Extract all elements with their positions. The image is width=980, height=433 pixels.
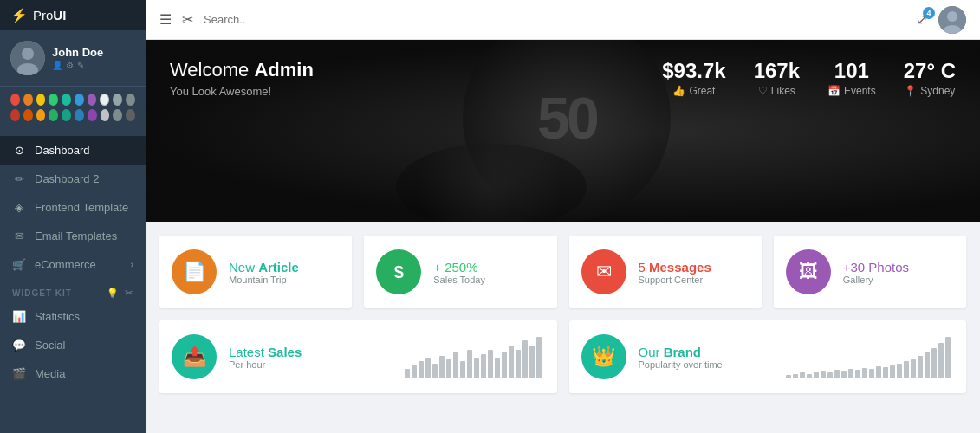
card-article-sub: Mountain Trip	[229, 275, 299, 285]
card-latest-sales: 📤 Latest Sales Per hour	[159, 320, 557, 393]
chart-bar	[516, 350, 521, 378]
chart-bar	[911, 359, 916, 378]
sidebar-item-label: Frontend Template	[35, 201, 128, 214]
user-icon[interactable]: 👤	[52, 61, 62, 70]
card-sales-label: + 250%	[433, 260, 485, 275]
chart-bar	[827, 372, 833, 378]
sidebar-item-label: Dashboard	[35, 144, 90, 157]
stat-label: ♡ Likes	[754, 85, 800, 97]
color-swatch[interactable]	[75, 94, 84, 106]
user-avatar-button[interactable]	[938, 6, 966, 34]
chart-bar	[439, 356, 445, 378]
sidebar-item-email[interactable]: ✉ Email Templates	[0, 222, 146, 250]
color-swatch[interactable]	[23, 94, 33, 106]
color-swatch[interactable]	[62, 94, 71, 106]
color-swatch[interactable]	[23, 109, 33, 121]
calendar-icon: 📅	[827, 85, 840, 97]
sidebar-item-ecommerce[interactable]: 🛒 eCommerce ›	[0, 250, 146, 279]
chart-bar	[876, 366, 881, 378]
pencil-icon: ✏	[12, 172, 26, 185]
card-article-label: New Article	[229, 260, 299, 275]
cart-icon: 🛒	[12, 258, 26, 271]
nav-menu: ⊙ Dashboard ✏ Dashboard 2 ◈ Frontend Tem…	[0, 132, 146, 433]
color-swatch[interactable]	[62, 109, 71, 121]
mail-icon: ✉	[596, 261, 612, 283]
color-swatch[interactable]	[49, 94, 58, 106]
color-swatch[interactable]	[75, 109, 84, 121]
brand-icon-circle: 👑	[581, 334, 626, 379]
sidebar-item-dashboard[interactable]: ⊙ Dashboard	[0, 136, 146, 165]
chart-bar	[848, 369, 853, 378]
card-messages-sub: Support Center	[639, 275, 711, 285]
search-input[interactable]	[204, 13, 906, 26]
photos-icon-circle: 🖼	[786, 249, 831, 294]
color-swatch[interactable]	[88, 109, 97, 121]
hero-subtitle: You Look Awesome!	[170, 85, 314, 98]
card-photos: 🖼 +30 Photos Gallery	[774, 236, 966, 308]
color-swatch[interactable]	[36, 94, 46, 106]
hero-stats: $93.7k 👍 Great 167k ♡ Likes 101 📅 Events	[662, 59, 956, 97]
chart-bar	[855, 370, 860, 378]
chart-bar	[807, 374, 812, 378]
share-button[interactable]: ⤢ 4	[917, 12, 928, 28]
svg-point-1	[22, 48, 34, 60]
card-sales: $ + 250% Sales Today	[364, 236, 556, 308]
hamburger-icon[interactable]: ☰	[159, 11, 172, 28]
avatar	[10, 41, 45, 75]
chart-bar	[405, 369, 410, 378]
color-row-2	[10, 109, 135, 121]
sidebar-item-statistics[interactable]: 📊 Statistics	[0, 302, 146, 331]
color-swatch[interactable]	[10, 109, 20, 121]
chart-bar	[495, 358, 500, 378]
chart-bar	[474, 358, 479, 378]
chart-bar	[834, 370, 840, 378]
color-swatch[interactable]	[113, 109, 122, 121]
chart-bar	[446, 359, 451, 378]
color-swatch[interactable]	[49, 109, 58, 121]
cards-row-2: 📤 Latest Sales Per hour 👑 Our Brand	[159, 320, 966, 393]
main-content: ☰ ✂ ⤢ 4 50 Welcome Admin	[146, 0, 980, 433]
color-swatch[interactable]	[126, 94, 135, 106]
color-swatch[interactable]	[101, 109, 110, 121]
chart-bar	[453, 352, 458, 378]
color-swatch[interactable]	[36, 109, 46, 121]
chart-bar	[467, 350, 472, 378]
sidebar-item-media[interactable]: 🎬 Media	[0, 359, 146, 388]
chart-bar	[938, 343, 944, 378]
color-swatch[interactable]	[113, 94, 122, 106]
chart-bar	[814, 372, 819, 378]
card-messages: ✉ 5 Messages Support Center	[569, 236, 762, 308]
dial-shadow	[396, 144, 587, 222]
cards-area: 📄 New Article Mountain Trip $ + 250% Sal…	[146, 222, 980, 433]
color-swatch[interactable]	[88, 94, 97, 106]
stat-label: 📅 Events	[827, 85, 876, 97]
tools-icon[interactable]: ✂	[125, 288, 133, 299]
thumbsup-icon: 👍	[672, 85, 685, 97]
sidebar-item-frontend[interactable]: ◈ Frontend Template	[0, 193, 146, 222]
widget-kit-section-label: WIDGET KIT 💡 ✂	[0, 279, 146, 302]
chart-bar	[412, 365, 417, 378]
card-photos-sub: Gallery	[843, 275, 909, 285]
color-swatch[interactable]	[10, 94, 20, 106]
chart-bar	[432, 364, 438, 378]
edit-icon[interactable]: ✎	[77, 61, 84, 70]
color-swatch[interactable]	[100, 94, 109, 106]
chart-bar	[918, 356, 923, 378]
stat-value: $93.7k	[662, 59, 725, 83]
sidebar-item-dashboard2[interactable]: ✏ Dashboard 2	[0, 165, 146, 193]
sidebar-logo: ⚡ ProUI	[0, 0, 146, 30]
sidebar-item-social[interactable]: 💬 Social	[0, 331, 146, 359]
chart-bar	[460, 361, 465, 378]
sales-icon-circle: $	[376, 249, 421, 294]
chart-bar	[925, 352, 930, 378]
settings-icon[interactable]: ⚙	[66, 61, 74, 70]
color-swatch[interactable]	[126, 109, 135, 121]
chart-bar	[522, 340, 528, 378]
bulb-icon[interactable]: 💡	[107, 288, 120, 299]
upload-icon: 📤	[183, 346, 206, 368]
chart-bar	[529, 346, 535, 378]
chart-bar	[904, 361, 909, 378]
chart-bar	[509, 346, 514, 378]
stat-value: 101	[827, 59, 876, 83]
scissors-icon[interactable]: ✂	[182, 11, 193, 28]
